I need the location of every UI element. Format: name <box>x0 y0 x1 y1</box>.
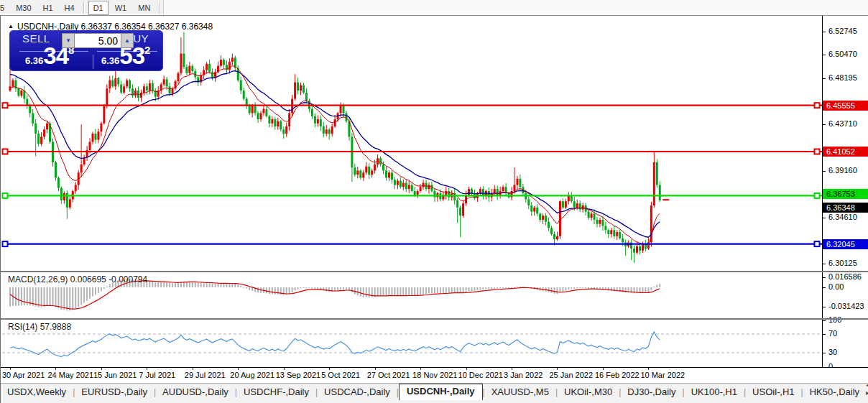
date-label: 13 Sep 2021 <box>276 371 320 379</box>
date-label: 10 Dec 2021 <box>458 371 503 379</box>
symbol-tab-bar: USDX,Weekly|EURUSD-,Daily|AUDUSD-,Daily|… <box>1 383 868 400</box>
macd-axis-label: -0.031423 <box>828 302 864 310</box>
date-label: 15 Jun 2021 <box>93 371 137 379</box>
timeframe-button-5[interactable]: 5 <box>0 1 9 15</box>
date-label: 3 Jan 2022 <box>504 371 542 379</box>
line-handle[interactable] <box>3 149 8 154</box>
date-tick <box>101 368 102 370</box>
date-label: 27 Oct 2021 <box>367 371 410 379</box>
axis-tick <box>823 78 826 79</box>
price-axis[interactable]: 6.527456.504706.481956.437106.391606.346… <box>822 16 868 367</box>
rsi-value: 57.9888 <box>40 322 71 332</box>
line-handle[interactable] <box>3 103 8 108</box>
chart-tab-xauusd-m5[interactable]: XAUUSD-,M5 <box>485 384 555 400</box>
rsi-title: RSI(14) <box>8 322 37 332</box>
chart-tab-usdx-weekly[interactable]: USDX,Weekly <box>1 384 73 400</box>
macd-value: 0.006695 <box>70 274 106 284</box>
price-tag-6.32045: 6.32045 <box>823 239 868 249</box>
macd-indicator-label: MACD(12,26,9) 0.006695 -0.000794 <box>8 274 147 284</box>
volume-increase-button[interactable]: ▲ <box>121 33 134 48</box>
rsi-axis-label: 70 <box>828 329 837 338</box>
one-click-toggle-icon[interactable]: ▲ <box>8 23 14 29</box>
date-label: 29 Jul 2021 <box>185 371 226 379</box>
chart-tab-usdcnh-daily[interactable]: USDCNH-,Daily <box>399 384 483 400</box>
date-tick <box>329 368 330 370</box>
date-label: 10 Mar 2022 <box>640 371 685 379</box>
price-chart-canvas[interactable] <box>1 16 822 403</box>
line-handle[interactable] <box>815 103 820 108</box>
price-tag-6.36753: 6.36753 <box>823 189 868 199</box>
timeframe-button-d1[interactable]: D1 <box>88 1 108 15</box>
price-axis-label: 6.43710 <box>828 119 857 128</box>
macd-signal-value: -0.000794 <box>108 274 147 284</box>
axis-tick <box>823 124 826 125</box>
timeframe-button-m30[interactable]: M30 <box>11 1 36 15</box>
date-tick <box>557 368 558 370</box>
line-handle[interactable] <box>815 193 820 198</box>
macd-title: MACD(12,26,9) <box>8 274 68 284</box>
timeframe-toolbar: 5M30H1H4D1W1MN <box>0 0 868 16</box>
rsi-panel-splitter[interactable] <box>1 318 868 320</box>
buy-price-sup: 2 <box>144 44 150 56</box>
volume-spinner: ▼ ▲ <box>62 33 134 48</box>
date-tick <box>603 368 604 370</box>
date-label: 30 Apr 2021 <box>2 371 45 379</box>
line-handle[interactable] <box>815 149 820 154</box>
date-tick <box>147 368 147 370</box>
macd-panel-splitter[interactable] <box>1 271 868 272</box>
date-tick <box>284 368 285 370</box>
timeframe-button-mn[interactable]: MN <box>133 1 155 15</box>
axis-tick <box>823 353 826 353</box>
price-axis-label: 6.52745 <box>828 27 857 35</box>
price-axis-label: 6.30125 <box>828 259 857 267</box>
date-label: 24 May 2021 <box>47 371 93 379</box>
axis-tick <box>823 264 826 264</box>
axis-tick <box>823 277 826 278</box>
axis-tick <box>823 218 826 218</box>
date-label: 25 Jan 2022 <box>549 371 593 379</box>
macd-axis-label: 0.00 <box>828 282 844 291</box>
date-label: 18 Nov 2021 <box>412 371 457 379</box>
axis-tick <box>823 55 826 55</box>
volume-decrease-button[interactable]: ▼ <box>62 33 75 48</box>
timeframe-button-w1[interactable]: W1 <box>110 1 132 15</box>
line-handle[interactable] <box>3 193 8 198</box>
price-axis-label: 6.39160 <box>828 166 857 175</box>
date-tick <box>375 368 376 370</box>
date-tick <box>193 368 193 370</box>
chart-tab-eurusd-daily[interactable]: EURUSD-,Daily <box>75 384 154 400</box>
chart-tab-usoil-h1[interactable]: USOil-,H1 <box>746 384 801 400</box>
date-tick <box>420 368 421 370</box>
chart-tab-usdcad-daily[interactable]: USDCAD-,Daily <box>318 384 397 400</box>
date-tick <box>466 368 467 370</box>
timeframe-button-h4[interactable]: H4 <box>60 1 80 15</box>
timeframe-button-h1[interactable]: H1 <box>38 1 58 15</box>
date-tick <box>512 368 512 370</box>
trading-platform-window: 5M30H1H4D1W1MN ▲USDCNH-,Daily 6.36337 6.… <box>0 0 868 403</box>
price-tag-6.41052: 6.41052 <box>823 147 868 157</box>
rsi-line <box>10 332 660 357</box>
toolbar-separator <box>159 2 160 14</box>
axis-tick <box>823 32 826 32</box>
chart-tab-uk100-h1[interactable]: UK100-,H1 <box>685 384 744 400</box>
date-label: 16 Feb 2022 <box>595 371 640 379</box>
price-axis-label: 6.48195 <box>828 73 857 82</box>
date-axis[interactable]: 30 Apr 202124 May 202115 Jun 20217 Jul 2… <box>1 367 868 383</box>
macd-signal-line <box>10 281 660 309</box>
chart-tab-usdchf-daily[interactable]: USDCHF-,Daily <box>237 384 315 400</box>
line-handle[interactable] <box>3 241 8 246</box>
date-tick <box>238 368 239 370</box>
chart-window: ▲USDCNH-,Daily 6.36337 6.36354 6.36327 6… <box>0 16 868 403</box>
chart-tab-ukoil-m30[interactable]: UKOil-,M30 <box>558 384 619 400</box>
chart-tab-dj30-daily[interactable]: DJ30-,Daily <box>621 384 682 400</box>
axis-tick <box>823 287 826 288</box>
date-label: 7 Jul 2021 <box>139 371 175 379</box>
last-price-marker <box>662 199 669 200</box>
line-handle[interactable] <box>815 241 820 246</box>
date-tick <box>648 368 649 370</box>
volume-input[interactable] <box>75 33 121 48</box>
sell-price-prefix: 6.36 <box>25 55 43 66</box>
chart-tab-hk50-daily[interactable]: HK50-,Daily <box>803 384 866 400</box>
chart-tab-audusd-daily[interactable]: AUDUSD-,Daily <box>156 384 235 400</box>
date-tick <box>55 368 56 370</box>
